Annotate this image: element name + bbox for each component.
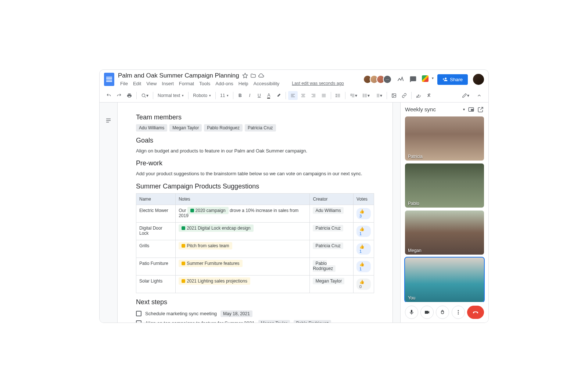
redo-button[interactable] (114, 91, 124, 100)
docs-logo-icon[interactable] (104, 73, 114, 86)
checklist-button[interactable]: ▾ (348, 91, 359, 100)
underline-button[interactable]: U (255, 91, 263, 100)
edit-mode-button[interactable]: ▾ (460, 91, 472, 100)
cell-name: Digital Door Lock (136, 222, 176, 240)
vote-chip[interactable]: 👍 3 (356, 208, 371, 219)
menu-file[interactable]: File (118, 80, 130, 87)
outline-icon[interactable] (105, 117, 112, 124)
person-chip[interactable]: Adu Williams (136, 124, 167, 132)
checklist-text: Align on top campaigns to feature for Su… (145, 320, 255, 323)
table-row: Digital Door Lock2021 Digital Lock endca… (136, 222, 374, 240)
menu-format[interactable]: Format (177, 80, 196, 87)
svg-point-8 (458, 310, 459, 311)
align-center-button[interactable] (298, 91, 308, 100)
person-chip[interactable]: Megan Taylor (169, 124, 202, 132)
align-justify-button[interactable] (319, 91, 329, 100)
undo-button[interactable] (104, 91, 114, 100)
align-right-button[interactable] (309, 91, 318, 100)
person-chip[interactable]: Megan Taylor (258, 320, 290, 323)
menubar: File Edit View Insert Format Tools Add-o… (118, 80, 346, 87)
insert-link-button[interactable] (399, 91, 409, 100)
file-chip[interactable]: Pitch from sales team (179, 242, 232, 249)
file-chip[interactable]: Summer Furniture features (179, 260, 242, 267)
checkbox[interactable] (136, 311, 141, 316)
mute-button[interactable] (405, 306, 418, 319)
video-tile[interactable]: Patricia (405, 116, 484, 161)
align-left-button[interactable] (288, 91, 298, 100)
pip-icon[interactable] (468, 106, 474, 113)
file-chip[interactable]: 2021 Digital Lock endcap design (179, 224, 253, 232)
cell-notes: Pitch from sales team (176, 240, 310, 258)
document-page[interactable]: Team members Adu Williams Megan Taylor P… (117, 103, 393, 323)
number-list-button[interactable]: ▾ (373, 91, 384, 100)
add-comment-button[interactable] (414, 91, 423, 100)
bullet-list-button[interactable]: ▾ (360, 91, 372, 100)
zoom-button[interactable]: ▾ (139, 91, 151, 100)
table-row: Solar Lights2021 Lighting sales projecti… (136, 275, 374, 293)
meet-dropdown-icon[interactable] (422, 75, 432, 83)
collaborator-avatars[interactable]: ⋯ (365, 75, 392, 84)
menu-view[interactable]: View (144, 80, 159, 87)
person-chip[interactable]: Pablo Rodriguez (204, 124, 243, 132)
col-name: Name (136, 193, 176, 205)
menu-accessibility[interactable]: Accessibility (251, 80, 282, 87)
paragraph-style-dropdown[interactable]: Normal text (155, 91, 186, 100)
menu-addons[interactable]: Add-ons (213, 80, 235, 87)
vote-chip[interactable]: 👍 1 (356, 226, 371, 237)
insert-image-button[interactable] (389, 91, 399, 100)
clear-format-button[interactable] (424, 91, 434, 100)
file-chip[interactable]: 2021 Lighting sales projections (179, 277, 250, 285)
svg-point-9 (458, 312, 459, 313)
popout-icon[interactable] (477, 106, 484, 113)
section-heading-next: Next steps (136, 298, 374, 306)
vote-chip[interactable]: 👍 1 (356, 261, 371, 272)
person-chip[interactable]: Patricia Cruz (313, 242, 343, 249)
print-button[interactable] (125, 91, 134, 100)
date-chip[interactable]: May 18, 2021 (220, 310, 252, 317)
person-chip[interactable]: Pablo Rodriguez (313, 260, 336, 272)
more-button[interactable] (452, 306, 465, 319)
menu-tools[interactable]: Tools (197, 80, 212, 87)
last-edit-link[interactable]: Last edit was seconds ago (290, 80, 346, 87)
font-dropdown[interactable]: Roboto (191, 91, 213, 100)
star-icon[interactable] (242, 73, 248, 79)
cell-votes: 👍 1 (354, 240, 374, 258)
comments-icon[interactable] (409, 76, 417, 83)
camera-button[interactable] (420, 306, 434, 319)
vote-chip[interactable]: 👍 1 (356, 243, 371, 255)
person-chip[interactable]: Patricia Cruz (313, 225, 343, 231)
account-avatar[interactable] (473, 74, 484, 85)
video-tile[interactable]: Pablo (405, 163, 484, 208)
activity-icon[interactable] (397, 76, 404, 83)
person-chip[interactable]: Patricia Cruz (245, 124, 276, 132)
move-icon[interactable] (250, 73, 256, 79)
goals-text: Align on budget and products to feature … (136, 147, 374, 155)
svg-point-3 (363, 96, 364, 97)
font-size-dropdown[interactable]: 11 (218, 91, 231, 100)
menu-edit[interactable]: Edit (131, 80, 143, 87)
text-color-button[interactable]: A (264, 91, 273, 100)
checklist-text: Schedule marketing sync meeting (145, 311, 217, 316)
video-tile-self[interactable]: You (405, 258, 484, 302)
collapse-toolbar-button[interactable] (474, 91, 484, 100)
highlight-button[interactable] (274, 91, 283, 100)
person-chip[interactable]: Adu Williams (313, 207, 343, 214)
avatar-overflow[interactable]: ⋯ (383, 75, 392, 84)
menu-insert[interactable]: Insert (159, 80, 176, 87)
meet-title-dropdown[interactable]: Weekly sync (405, 106, 465, 112)
share-button[interactable]: Share (437, 74, 468, 85)
vote-chip[interactable]: 👍 0 (356, 278, 371, 290)
doc-title[interactable]: Palm and Oak Summer Campaign Planning (118, 72, 239, 79)
video-tile[interactable]: Megan (405, 211, 484, 255)
raise-hand-button[interactable] (436, 306, 449, 319)
italic-button[interactable]: I (245, 91, 254, 100)
hangup-button[interactable] (467, 306, 484, 319)
person-chip[interactable]: Megan Taylor (313, 278, 344, 284)
checkbox[interactable] (136, 320, 141, 323)
person-chip[interactable]: Pablo Rodriguez (294, 320, 331, 323)
line-spacing-button[interactable] (333, 91, 343, 100)
cloud-saved-icon[interactable] (258, 73, 264, 79)
menu-help[interactable]: Help (236, 80, 251, 87)
file-chip[interactable]: 2020 campaign (187, 207, 229, 214)
bold-button[interactable]: B (236, 91, 244, 100)
